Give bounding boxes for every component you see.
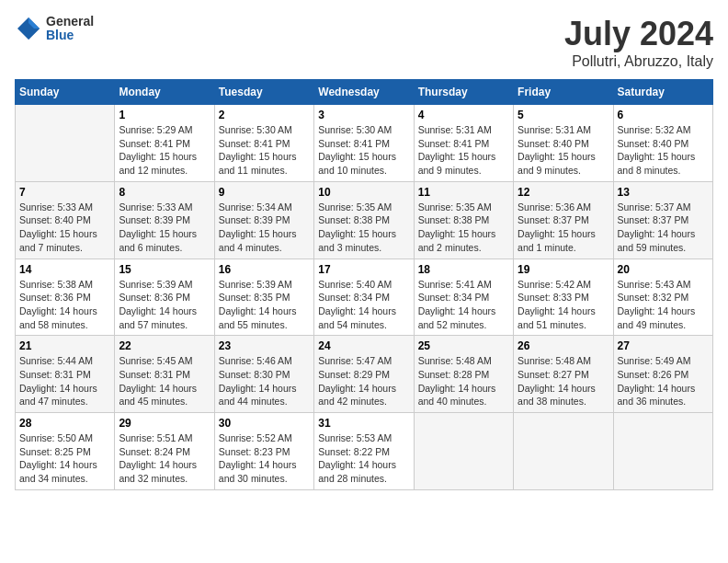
day-info: Sunrise: 5:51 AMSunset: 8:24 PMDaylight:…: [119, 431, 210, 486]
day-info: Sunrise: 5:35 AMSunset: 8:38 PMDaylight:…: [418, 201, 509, 255]
calendar-cell: 18Sunrise: 5:41 AMSunset: 8:34 PMDayligh…: [414, 259, 513, 336]
day-number: 7: [19, 186, 110, 199]
day-info: Sunrise: 5:33 AMSunset: 8:40 PMDaylight:…: [19, 201, 110, 255]
calendar-cell: [414, 413, 513, 490]
day-number: 26: [518, 339, 609, 352]
calendar-week-row: 1Sunrise: 5:29 AMSunset: 8:41 PMDaylight…: [16, 105, 713, 182]
day-number: 19: [518, 263, 609, 276]
day-number: 25: [418, 339, 509, 352]
day-info: Sunrise: 5:29 AMSunset: 8:41 PMDaylight:…: [119, 123, 210, 178]
day-number: 24: [318, 339, 409, 352]
day-info: Sunrise: 5:37 AMSunset: 8:37 PMDaylight:…: [618, 201, 709, 255]
day-info: Sunrise: 5:44 AMSunset: 8:31 PMDaylight:…: [19, 354, 110, 408]
day-info: Sunrise: 5:31 AMSunset: 8:40 PMDaylight:…: [518, 123, 609, 178]
logo-general: General: [46, 15, 94, 29]
day-info: Sunrise: 5:48 AMSunset: 8:28 PMDaylight:…: [418, 354, 509, 408]
day-info: Sunrise: 5:36 AMSunset: 8:37 PMDaylight:…: [518, 201, 609, 255]
day-info: Sunrise: 5:45 AMSunset: 8:31 PMDaylight:…: [119, 354, 210, 408]
day-info: Sunrise: 5:31 AMSunset: 8:41 PMDaylight:…: [418, 123, 509, 178]
day-number: 6: [618, 109, 709, 121]
day-info: Sunrise: 5:40 AMSunset: 8:34 PMDaylight:…: [318, 278, 409, 332]
day-number: 27: [618, 339, 709, 352]
day-info: Sunrise: 5:50 AMSunset: 8:25 PMDaylight:…: [19, 431, 110, 486]
calendar-cell: 21Sunrise: 5:44 AMSunset: 8:31 PMDayligh…: [16, 336, 115, 413]
day-info: Sunrise: 5:33 AMSunset: 8:39 PMDaylight:…: [119, 201, 210, 255]
calendar-cell: 16Sunrise: 5:39 AMSunset: 8:35 PMDayligh…: [214, 259, 313, 336]
weekday-header-monday: Monday: [115, 80, 214, 105]
day-number: 14: [19, 263, 110, 276]
day-number: 10: [318, 186, 409, 199]
calendar-cell: 30Sunrise: 5:52 AMSunset: 8:23 PMDayligh…: [214, 413, 313, 490]
day-number: 3: [318, 109, 409, 121]
day-number: 22: [119, 339, 210, 352]
calendar-cell: 24Sunrise: 5:47 AMSunset: 8:29 PMDayligh…: [314, 336, 414, 413]
calendar-cell: 7Sunrise: 5:33 AMSunset: 8:40 PMDaylight…: [16, 181, 115, 259]
calendar-cell: 12Sunrise: 5:36 AMSunset: 8:37 PMDayligh…: [514, 181, 613, 259]
day-number: 29: [119, 417, 210, 430]
calendar-cell: 8Sunrise: 5:33 AMSunset: 8:39 PMDaylight…: [115, 181, 214, 259]
day-info: Sunrise: 5:53 AMSunset: 8:22 PMDaylight:…: [318, 431, 409, 486]
calendar-week-row: 28Sunrise: 5:50 AMSunset: 8:25 PMDayligh…: [16, 413, 713, 490]
weekday-header-wednesday: Wednesday: [314, 80, 414, 105]
day-info: Sunrise: 5:39 AMSunset: 8:35 PMDaylight:…: [219, 278, 310, 332]
day-number: 20: [618, 263, 709, 276]
day-info: Sunrise: 5:30 AMSunset: 8:41 PMDaylight:…: [219, 123, 310, 178]
calendar-cell: 20Sunrise: 5:43 AMSunset: 8:32 PMDayligh…: [613, 259, 712, 336]
calendar-cell: 11Sunrise: 5:35 AMSunset: 8:38 PMDayligh…: [414, 181, 513, 259]
calendar-cell: 28Sunrise: 5:50 AMSunset: 8:25 PMDayligh…: [16, 413, 115, 490]
day-info: Sunrise: 5:49 AMSunset: 8:26 PMDaylight:…: [618, 354, 709, 408]
weekday-header-friday: Friday: [514, 80, 613, 105]
logo-blue: Blue: [46, 29, 94, 42]
day-info: Sunrise: 5:30 AMSunset: 8:41 PMDaylight:…: [318, 123, 409, 178]
calendar-cell: 17Sunrise: 5:40 AMSunset: 8:34 PMDayligh…: [314, 259, 414, 336]
day-number: 2: [219, 109, 310, 121]
day-number: 1: [119, 109, 210, 121]
day-info: Sunrise: 5:34 AMSunset: 8:39 PMDaylight:…: [219, 201, 310, 255]
weekday-header-row: SundayMondayTuesdayWednesdayThursdayFrid…: [16, 80, 713, 105]
day-info: Sunrise: 5:43 AMSunset: 8:32 PMDaylight:…: [618, 278, 709, 332]
calendar-cell: 5Sunrise: 5:31 AMSunset: 8:40 PMDaylight…: [514, 105, 613, 182]
day-number: 9: [219, 186, 310, 199]
calendar-cell: 3Sunrise: 5:30 AMSunset: 8:41 PMDaylight…: [314, 105, 414, 182]
logo-text: General Blue: [46, 15, 94, 43]
day-info: Sunrise: 5:39 AMSunset: 8:36 PMDaylight:…: [119, 278, 210, 332]
day-info: Sunrise: 5:42 AMSunset: 8:33 PMDaylight:…: [518, 278, 609, 332]
day-number: 8: [119, 186, 210, 199]
calendar-cell: 29Sunrise: 5:51 AMSunset: 8:24 PMDayligh…: [115, 413, 214, 490]
calendar-cell: 15Sunrise: 5:39 AMSunset: 8:36 PMDayligh…: [115, 259, 214, 336]
calendar-cell: [514, 413, 613, 490]
day-number: 11: [418, 186, 509, 199]
day-info: Sunrise: 5:46 AMSunset: 8:30 PMDaylight:…: [219, 354, 310, 408]
calendar-week-row: 21Sunrise: 5:44 AMSunset: 8:31 PMDayligh…: [16, 336, 713, 413]
day-number: 18: [418, 263, 509, 276]
day-info: Sunrise: 5:32 AMSunset: 8:40 PMDaylight:…: [618, 123, 709, 178]
page-header: General Blue July 2024 Pollutri, Abruzzo…: [15, 15, 713, 70]
day-number: 31: [318, 417, 409, 430]
calendar-table: SundayMondayTuesdayWednesdayThursdayFrid…: [15, 79, 713, 490]
day-number: 13: [618, 186, 709, 199]
day-number: 15: [119, 263, 210, 276]
calendar-cell: 14Sunrise: 5:38 AMSunset: 8:36 PMDayligh…: [16, 259, 115, 336]
calendar-cell: 4Sunrise: 5:31 AMSunset: 8:41 PMDaylight…: [414, 105, 513, 182]
weekday-header-sunday: Sunday: [16, 80, 115, 105]
day-number: 23: [219, 339, 310, 352]
logo: General Blue: [15, 15, 94, 43]
weekday-header-thursday: Thursday: [414, 80, 513, 105]
day-info: Sunrise: 5:52 AMSunset: 8:23 PMDaylight:…: [219, 431, 310, 486]
day-info: Sunrise: 5:47 AMSunset: 8:29 PMDaylight:…: [318, 354, 409, 408]
calendar-cell: 9Sunrise: 5:34 AMSunset: 8:39 PMDaylight…: [214, 181, 313, 259]
day-info: Sunrise: 5:48 AMSunset: 8:27 PMDaylight:…: [518, 354, 609, 408]
weekday-header-saturday: Saturday: [613, 80, 712, 105]
calendar-cell: 27Sunrise: 5:49 AMSunset: 8:26 PMDayligh…: [613, 336, 712, 413]
weekday-header-tuesday: Tuesday: [214, 80, 313, 105]
day-number: 16: [219, 263, 310, 276]
calendar-cell: 10Sunrise: 5:35 AMSunset: 8:38 PMDayligh…: [314, 181, 414, 259]
day-info: Sunrise: 5:35 AMSunset: 8:38 PMDaylight:…: [318, 201, 409, 255]
calendar-cell: 1Sunrise: 5:29 AMSunset: 8:41 PMDaylight…: [115, 105, 214, 182]
day-number: 17: [318, 263, 409, 276]
calendar-week-row: 14Sunrise: 5:38 AMSunset: 8:36 PMDayligh…: [16, 259, 713, 336]
calendar-cell: 23Sunrise: 5:46 AMSunset: 8:30 PMDayligh…: [214, 336, 313, 413]
logo-icon: [15, 15, 42, 42]
day-number: 28: [19, 417, 110, 430]
day-number: 5: [518, 109, 609, 121]
